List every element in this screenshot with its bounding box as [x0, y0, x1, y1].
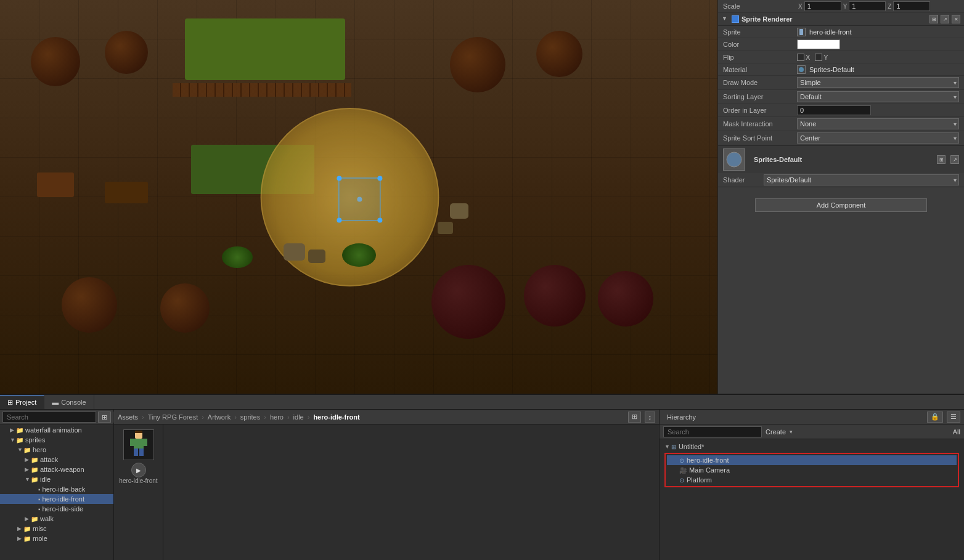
sorting-layer-select[interactable]: Default	[797, 91, 959, 102]
project-item-waterfall[interactable]: ▶ 📁 waterfall animation	[0, 425, 113, 435]
mask-select[interactable]: None Visible Inside Mask Visible Outside…	[797, 118, 959, 129]
rock-2	[438, 222, 453, 234]
project-search-input[interactable]	[2, 412, 96, 423]
project-panel[interactable]: ⊞ ↕ ▶ 📁 waterfall animation ▼ 📁 sprites …	[0, 410, 114, 560]
game-viewport[interactable]	[0, 0, 717, 394]
create-dropdown-icon: ▾	[790, 429, 793, 435]
handle-top-right[interactable]	[377, 176, 382, 181]
scale-x-input[interactable]	[804, 1, 841, 11]
project-item-hero-idle-front[interactable]: ▪ hero-idle-front	[0, 494, 113, 504]
project-item-attack-weapon[interactable]: ▶ 📁 attack-weapon	[0, 465, 113, 474]
hierarchy-camera-label: Main Camera	[689, 466, 730, 474]
hierarchy-item-hero-idle-front[interactable]: ⊙ hero-idle-front	[667, 455, 957, 465]
handle-bottom-right[interactable]	[377, 217, 382, 222]
color-swatch[interactable]	[797, 39, 840, 49]
assets-panel: Assets › Tiny RPG Forest › Artwork › spr…	[114, 410, 659, 560]
create-label[interactable]: Create	[766, 428, 786, 436]
breadcrumb-tiny[interactable]: Tiny RPG Forest	[148, 413, 198, 421]
sprite-renderer-header[interactable]: ▼ Sprite Renderer ⊞ ↗ ✕	[718, 13, 964, 26]
handle-center[interactable]	[357, 197, 362, 201]
project-item-label-hero-idle-back: hero-idle-back	[43, 485, 86, 493]
toggle-sprites: ▼	[10, 437, 16, 443]
sprites-default-row: Sprites-Default ⊞ ↗	[718, 146, 964, 173]
header-icon-x[interactable]: ✕	[952, 15, 960, 23]
hierarchy-menu-btn[interactable]: ☰	[947, 412, 960, 423]
toggle-attack: ▶	[25, 457, 31, 463]
tree-1	[31, 37, 80, 86]
toggle-mole: ▶	[17, 535, 23, 542]
order-input[interactable]	[797, 105, 871, 115]
project-item-attack[interactable]: ▶ 📁 attack	[0, 455, 113, 465]
hierarchy-lock-btn[interactable]: 🔒	[927, 412, 943, 423]
scale-y-input[interactable]	[849, 1, 886, 11]
breadcrumb-hero[interactable]: hero	[270, 413, 284, 421]
sprite-sort-select[interactable]: Center Pivot	[797, 132, 959, 144]
sep-6: ›	[308, 413, 310, 421]
flip-x-checkbox[interactable]	[797, 54, 804, 61]
folder-misc-icon: 📁	[23, 526, 31, 532]
flip-x-label: X	[806, 54, 810, 61]
project-item-idle[interactable]: ▼ 📁 idle	[0, 474, 113, 484]
hierarchy-item-scene[interactable]: ▼ ⊞ Untitled*	[660, 442, 964, 452]
hierarchy-selection-box: ⊙ hero-idle-front 🎥 Main Camera ⊙ Platfo…	[664, 453, 959, 487]
project-item-label-attack: attack	[40, 456, 58, 463]
platform-icon: ⊙	[679, 477, 684, 484]
project-filter-btn[interactable]: ⊞	[98, 412, 111, 423]
project-item-hero-idle-side[interactable]: ▪ hero-idle-side	[0, 504, 113, 514]
assets-sort-btn[interactable]: ↕	[645, 412, 656, 423]
project-item-mole[interactable]: ▶ 📁 mole	[0, 534, 113, 543]
project-item-label-sprites: sprites	[25, 436, 45, 444]
draw-mode-label: Draw Mode	[723, 79, 797, 86]
camera-icon: 🎥	[679, 467, 687, 474]
project-item-misc[interactable]: ▶ 📁 misc	[0, 524, 113, 534]
svg-rect-5	[134, 448, 138, 456]
toggle-hero: ▼	[17, 447, 23, 453]
asset-play-button[interactable]: ▶	[131, 463, 146, 477]
hierarchy-item-platform[interactable]: ⊙ Platform	[667, 475, 957, 485]
svg-rect-0	[799, 29, 803, 35]
sprite-renderer-title: Sprite Renderer	[741, 15, 793, 23]
breadcrumb-current[interactable]: hero-idle-front	[313, 413, 359, 421]
handle-top-left[interactable]	[337, 176, 341, 181]
tab-console[interactable]: ▬ Console	[44, 395, 94, 409]
tree-8	[524, 265, 586, 327]
project-item-hero-idle-back[interactable]: ▪ hero-idle-back	[0, 484, 113, 494]
project-item-sprites[interactable]: ▼ 📁 sprites	[0, 435, 113, 445]
tab-project[interactable]: ⊞ Project	[0, 395, 44, 409]
scale-inputs: X Y Z	[798, 1, 959, 11]
add-component-button[interactable]: Add Component	[755, 198, 927, 212]
header-icons: ⊞ ↗ ✕	[929, 15, 960, 23]
hierarchy-item-main-camera[interactable]: 🎥 Main Camera	[667, 465, 957, 475]
header-icon-1[interactable]: ⊞	[929, 15, 938, 23]
project-item-label-hero-idle-side: hero-idle-side	[43, 505, 84, 513]
flip-y-checkbox[interactable]	[815, 54, 822, 61]
project-item-hero[interactable]: ▼ 📁 hero	[0, 445, 113, 455]
draw-mode-select[interactable]: Simple Sliced Tiled	[797, 77, 959, 88]
sprites-default-icon-1[interactable]: ⊞	[937, 155, 946, 164]
shader-select[interactable]: Sprites/Default	[764, 174, 959, 185]
folder-waterfall-icon: 📁	[16, 427, 23, 434]
sprites-default-section: Sprites-Default ⊞ ↗ Shader Sprites/Defau…	[718, 146, 964, 187]
header-icon-2[interactable]: ↗	[941, 15, 949, 23]
hierarchy-tab-label[interactable]: Hierarchy	[663, 412, 700, 422]
project-item-walk[interactable]: ▶ 📁 walk	[0, 514, 113, 524]
svg-rect-8	[144, 439, 147, 446]
selection-box[interactable]	[338, 177, 380, 221]
sprites-default-icon-2[interactable]: ↗	[950, 155, 959, 164]
project-item-label-waterfall: waterfall animation	[25, 426, 82, 434]
project-item-label-walk: walk	[40, 515, 54, 522]
all-label: All	[953, 428, 960, 436]
mask-label: Mask Interaction	[723, 120, 797, 128]
assets-filter-btn[interactable]: ⊞	[628, 412, 641, 423]
hierarchy-toolbar: Hierarchy 🔒 ☰	[660, 410, 964, 424]
order-label: Order in Layer	[723, 107, 797, 114]
breadcrumb-idle[interactable]: idle	[293, 413, 304, 421]
sprite-renderer-checkbox[interactable]	[732, 15, 739, 23]
breadcrumb-artwork[interactable]: Artwork	[208, 413, 231, 421]
scale-z-input[interactable]	[893, 1, 930, 11]
hierarchy-search-input[interactable]	[663, 426, 762, 437]
breadcrumb-sprites[interactable]: sprites	[240, 413, 260, 421]
color-row: Color	[718, 38, 964, 51]
handle-bottom-left[interactable]	[337, 217, 341, 222]
sprite-sort-row: Sprite Sort Point Center Pivot	[718, 131, 964, 145]
